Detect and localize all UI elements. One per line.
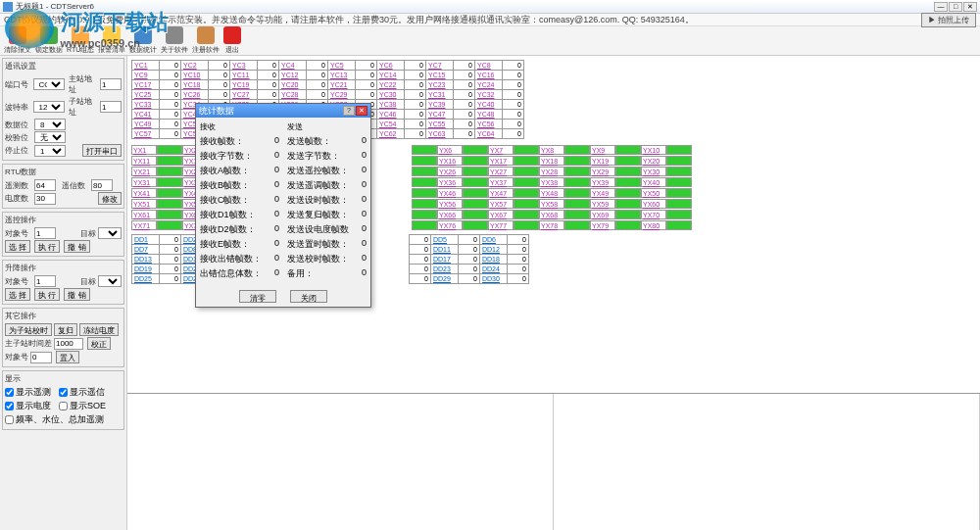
yc-cell[interactable]: YC4 — [279, 61, 307, 71]
yc-cell[interactable]: YC13 — [328, 71, 356, 80]
sub-addr-input[interactable] — [100, 101, 122, 113]
minimize-button[interactable]: — — [934, 2, 948, 12]
yc-cell[interactable]: YC28 — [279, 90, 307, 100]
yx-cell[interactable]: YX40 — [641, 177, 666, 187]
yc-cell[interactable]: YC56 — [475, 120, 503, 129]
yc-cell[interactable]: YC14 — [377, 71, 405, 80]
yx-cell[interactable]: YX70 — [641, 210, 666, 219]
yc-cell[interactable]: YC33 — [132, 100, 160, 110]
yc-cell[interactable]: YC26 — [181, 90, 209, 100]
yx-cell[interactable]: YX79 — [590, 220, 615, 230]
time-diff-input[interactable] — [54, 338, 83, 350]
yc-cell[interactable]: YC27 — [230, 90, 258, 100]
yc-cell[interactable]: YC6 — [377, 61, 405, 71]
yx-cell[interactable]: YX51 — [131, 199, 157, 209]
yc-cell[interactable]: YC39 — [426, 100, 454, 110]
yt-execute-button[interactable]: 执 行 — [34, 288, 60, 301]
yx-cell[interactable]: YX31 — [131, 177, 157, 187]
yx-cell[interactable]: YX20 — [641, 156, 666, 166]
yc-cell[interactable]: YC46 — [377, 110, 405, 120]
yc-cell[interactable]: YC3 — [230, 61, 258, 71]
yt-cancel-button[interactable]: 撤 销 — [64, 288, 89, 301]
yx-cell[interactable]: YX47 — [488, 188, 514, 198]
yx-cell[interactable]: YX38 — [539, 177, 564, 187]
yx-cell[interactable]: YX59 — [590, 199, 615, 209]
yc-cell[interactable]: YC11 — [230, 71, 258, 80]
yx-cell[interactable]: YX69 — [590, 210, 615, 219]
yx-cell[interactable]: YX11 — [131, 156, 157, 166]
calibrate-button[interactable]: 校正 — [87, 337, 111, 350]
yc-cell[interactable]: YC64 — [475, 129, 503, 139]
yc-cell[interactable]: YC8 — [475, 61, 503, 71]
dd-cell[interactable]: DD6 — [480, 235, 508, 245]
yx-cell[interactable]: YX77 — [488, 220, 514, 230]
modify-button[interactable]: 修改 — [98, 192, 122, 205]
yc-cell[interactable]: YC31 — [426, 90, 454, 100]
yc-cell[interactable]: YC48 — [475, 110, 503, 120]
yc-cell[interactable]: YC57 — [132, 129, 160, 139]
yc-cell[interactable]: YC9 — [132, 71, 160, 80]
stopbits-select[interactable]: 1 — [34, 145, 66, 157]
yx-cell[interactable]: YX26 — [437, 167, 463, 176]
yc-count-input[interactable] — [34, 179, 56, 191]
freeze-button[interactable]: 冻结电度 — [79, 323, 119, 336]
toolbar-btn-6[interactable]: 注册软件 — [192, 26, 220, 55]
port-select[interactable]: COM1 — [33, 78, 65, 90]
yc-cell[interactable]: YC17 — [132, 80, 160, 90]
toolbar-btn-5[interactable]: 关于软件 — [161, 26, 188, 55]
yc-cell[interactable]: YC10 — [181, 71, 209, 80]
yc-cell[interactable]: YC63 — [426, 129, 454, 139]
yx-cell[interactable]: YX46 — [437, 188, 463, 198]
dd-cell[interactable]: DD17 — [431, 255, 459, 265]
yx-cell[interactable]: YX37 — [488, 177, 514, 187]
yx-cell[interactable]: YX67 — [488, 210, 514, 219]
yc-cell[interactable]: YC32 — [475, 90, 503, 100]
yc-cell[interactable]: YC18 — [181, 80, 209, 90]
yx-cell[interactable]: YX28 — [539, 167, 564, 176]
yx-cell[interactable]: YX29 — [590, 167, 615, 176]
yc-cell[interactable]: YC62 — [377, 129, 405, 139]
yx-cell[interactable]: YX71 — [131, 220, 157, 230]
yc-cell[interactable]: YC38 — [377, 100, 405, 110]
yx-cell[interactable]: YX68 — [539, 210, 564, 219]
yc-cell[interactable]: YC24 — [475, 80, 503, 90]
yx-cell[interactable]: YX16 — [437, 156, 463, 166]
yx-cell[interactable]: YX80 — [641, 220, 666, 230]
close-button[interactable]: ✕ — [963, 2, 977, 12]
yc-cell[interactable]: YC29 — [328, 90, 356, 100]
yk-target-select[interactable]: 合 — [98, 227, 122, 239]
yx-cell[interactable]: YX6 — [437, 145, 463, 155]
dd-cell[interactable]: DD24 — [480, 265, 508, 274]
yc-cell[interactable]: YC20 — [279, 80, 307, 90]
yx-cell[interactable]: YX10 — [641, 145, 666, 155]
yx-cell[interactable]: YX27 — [488, 167, 514, 176]
yk-obj-input[interactable] — [34, 227, 56, 239]
set-button[interactable]: 置入 — [56, 351, 79, 363]
dd-cell[interactable]: DD19 — [132, 265, 160, 274]
yx-cell[interactable]: YX1 — [131, 145, 157, 155]
dd-cell[interactable]: DD23 — [431, 265, 459, 274]
yx-cell[interactable]: YX57 — [488, 199, 514, 209]
yc-cell[interactable]: YC54 — [377, 120, 405, 129]
dd-cell[interactable]: DD5 — [431, 235, 459, 245]
dialog-close-button[interactable]: 关闭 — [290, 290, 327, 303]
yx-cell[interactable]: YX60 — [641, 199, 666, 209]
upload-button[interactable]: ▶ 拍照上传 — [921, 13, 976, 27]
yx-cell[interactable]: YX49 — [590, 188, 615, 198]
yc-cell[interactable]: YC25 — [132, 90, 160, 100]
main-addr-input[interactable] — [100, 78, 122, 90]
toolbar-btn-0[interactable]: 清除报文 — [4, 26, 31, 55]
toolbar-btn-2[interactable]: RTU组态 — [67, 26, 94, 55]
yc-cell[interactable]: YC16 — [475, 71, 503, 80]
yx-cell[interactable]: YX36 — [437, 177, 463, 187]
yx-cell[interactable]: YX9 — [590, 145, 615, 155]
other-obj-input[interactable] — [30, 352, 52, 363]
dialog-help-button[interactable]: ? — [343, 106, 355, 116]
yx-cell[interactable]: YX58 — [539, 199, 564, 209]
show-soe-checkbox[interactable]: 显示SOE — [59, 400, 106, 412]
dd-cell[interactable]: DD30 — [480, 274, 508, 284]
yc-cell[interactable]: YC5 — [328, 61, 356, 71]
reset-button[interactable]: 复归 — [54, 323, 77, 336]
yx-cell[interactable]: YX78 — [539, 220, 564, 230]
dd-cell[interactable]: DD11 — [431, 245, 459, 255]
